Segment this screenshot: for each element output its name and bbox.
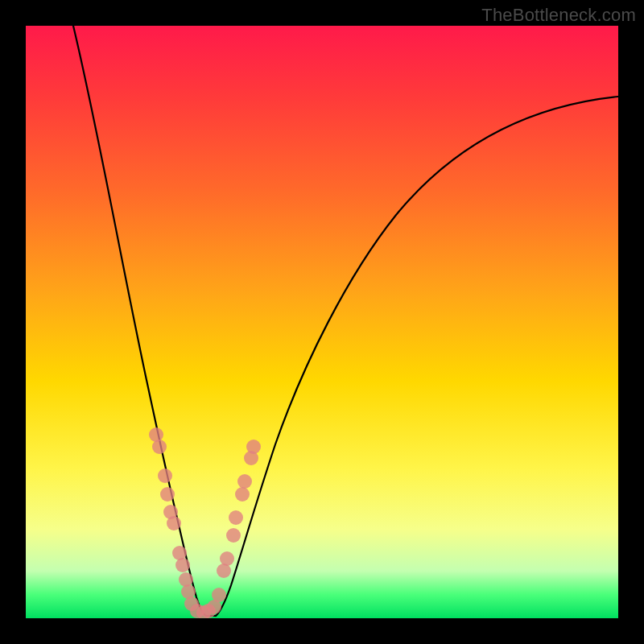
bottleneck-curve [26,26,618,618]
svg-point-23 [246,440,261,454]
curve-right [216,97,618,616]
svg-point-20 [235,487,250,502]
svg-point-15 [212,588,226,602]
svg-point-8 [179,572,193,587]
highlight-points-left [149,427,196,599]
svg-point-21 [237,474,252,489]
svg-point-3 [160,487,175,502]
svg-point-17 [220,551,234,566]
watermark-text: TheBottleneck.com [481,5,636,26]
svg-point-5 [167,516,181,530]
curve-left [73,26,206,616]
svg-point-7 [175,558,190,572]
svg-point-19 [229,510,243,525]
svg-point-2 [158,469,172,483]
svg-point-1 [152,440,167,454]
svg-point-18 [226,528,241,543]
plot-area [26,26,618,618]
chart-frame: TheBottleneck.com [0,0,644,644]
